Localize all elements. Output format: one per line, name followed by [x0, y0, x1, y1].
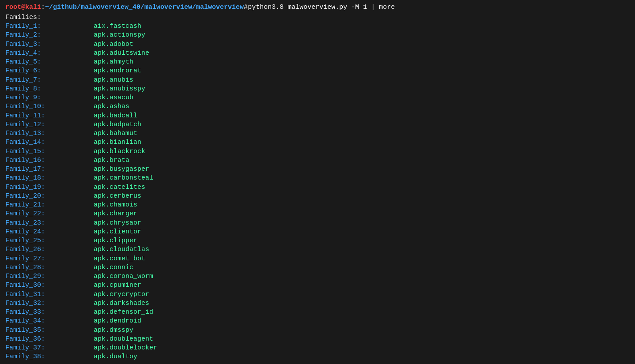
- family-line: Family_26:apk.cloudatlas: [5, 245, 630, 254]
- family-label: Family_7:: [5, 76, 94, 85]
- family-label: Family_5:: [5, 58, 94, 67]
- family-value: aix.fastcash: [94, 22, 141, 31]
- family-label: Family_24:: [5, 228, 94, 236]
- family-label: Family_27:: [5, 255, 94, 263]
- family-value: apk.busygasper: [94, 165, 149, 174]
- family-label: Family_31:: [5, 290, 94, 299]
- family-line: Family_12:apk.badpatch: [5, 120, 630, 129]
- family-line: Family_1:aix.fastcash: [5, 22, 630, 31]
- family-line: Family_21:apk.chamois: [5, 201, 630, 210]
- family-line: Family_36:apk.doubleagent: [5, 335, 630, 344]
- family-value: apk.comet_bot: [94, 255, 145, 263]
- prompt-line: root@kali : ~/github/malwoverview_40/mal…: [5, 4, 630, 11]
- family-label: Family_8:: [5, 85, 94, 94]
- family-label: Family_17:: [5, 165, 94, 174]
- prompt-user: root@kali: [5, 4, 41, 11]
- family-value: apk.doubleagent: [94, 335, 153, 344]
- family-line: Family_29:apk.corona_worm: [5, 272, 630, 281]
- family-line: Family_2:apk.actionspy: [5, 31, 630, 40]
- family-value: apk.corona_worm: [94, 272, 153, 281]
- family-label: Family_14:: [5, 138, 94, 147]
- families-container: Family_1:aix.fastcash Family_2:apk.actio…: [5, 22, 630, 362]
- family-line: Family_34:apk.dendroid: [5, 317, 630, 326]
- family-line: Family_35:apk.dmsspy: [5, 326, 630, 335]
- family-line: Family_8:apk.anubisspy: [5, 85, 630, 94]
- family-label: Family_23:: [5, 219, 94, 228]
- family-line: Family_28:apk.connic: [5, 263, 630, 272]
- family-label: Family_33:: [5, 308, 94, 317]
- family-value: apk.dendroid: [94, 317, 141, 326]
- family-label: Family_32:: [5, 299, 94, 308]
- family-line: Family_27:apk.comet_bot: [5, 255, 630, 263]
- family-value: apk.defensor_id: [94, 308, 153, 317]
- prompt-hash: #: [244, 4, 248, 11]
- family-label: Family_20:: [5, 192, 94, 201]
- family-value: apk.clientor: [94, 228, 141, 236]
- family-value: apk.badpatch: [94, 120, 141, 129]
- family-label: Family_4:: [5, 49, 94, 58]
- family-line: Family_5:apk.ahmyth: [5, 58, 630, 67]
- family-line: Family_19:apk.catelites: [5, 183, 630, 192]
- family-line: Family_11:apk.badcall: [5, 112, 630, 120]
- family-line: Family_13:apk.bahamut: [5, 129, 630, 138]
- family-label: Family_34:: [5, 317, 94, 326]
- family-line: Family_7:apk.anubis: [5, 76, 630, 85]
- family-value: apk.crycryptor: [94, 290, 149, 299]
- family-line: Family_32:apk.darkshades: [5, 299, 630, 308]
- family-line: Family_30:apk.cpuminer: [5, 281, 630, 290]
- family-value: apk.ahmyth: [94, 58, 133, 67]
- family-label: Family_12:: [5, 120, 94, 129]
- family-value: apk.badcall: [94, 112, 137, 120]
- family-value: apk.androrat: [94, 67, 141, 75]
- family-label: Family_21:: [5, 201, 94, 210]
- family-label: Family_19:: [5, 183, 94, 192]
- family-label: Family_35:: [5, 326, 94, 335]
- family-line: Family_31:apk.crycryptor: [5, 290, 630, 299]
- family-value: apk.clipper: [94, 236, 137, 245]
- family-label: Family_30:: [5, 281, 94, 290]
- terminal: root@kali : ~/github/malwoverview_40/mal…: [5, 4, 630, 364]
- family-value: apk.chamois: [94, 201, 137, 210]
- family-value: apk.blackrock: [94, 147, 145, 156]
- family-line: Family_17:apk.busygasper: [5, 165, 630, 174]
- family-label: Family_10:: [5, 102, 94, 111]
- family-value: apk.dmsspy: [94, 326, 133, 335]
- family-value: apk.asacub: [94, 94, 133, 102]
- family-line: Family_22:apk.charger: [5, 210, 630, 218]
- family-line: Family_10:apk.ashas: [5, 102, 630, 111]
- family-line: Family_37:apk.doublelocker: [5, 344, 630, 353]
- family-value: apk.cloudatlas: [94, 245, 149, 254]
- family-value: apk.dualtoy: [94, 353, 137, 361]
- family-value: apk.darkshades: [94, 299, 149, 308]
- family-line: Family_15:apk.blackrock: [5, 147, 630, 156]
- family-line: Family_6:apk.androrat: [5, 67, 630, 75]
- family-label: Family_1:: [5, 22, 94, 31]
- family-line: Family_24:apk.clientor: [5, 228, 630, 236]
- family-value: apk.bahamut: [94, 129, 137, 138]
- family-value: apk.cpuminer: [94, 281, 141, 290]
- family-label: Family_25:: [5, 236, 94, 245]
- family-line: Family_9:apk.asacub: [5, 94, 630, 102]
- family-value: apk.anubis: [94, 76, 133, 85]
- family-line: Family_38:apk.dualtoy: [5, 353, 630, 361]
- family-label: Family_36:: [5, 335, 94, 344]
- family-value: apk.charger: [94, 210, 137, 218]
- family-line: Family_18:apk.carbonsteal: [5, 174, 630, 183]
- family-label: Family_18:: [5, 174, 94, 183]
- family-value: apk.actionspy: [94, 31, 145, 40]
- family-value: apk.catelites: [94, 183, 145, 192]
- prompt-command: python3.8 malwoverview.py -M 1 | more: [248, 4, 395, 11]
- family-line: Family_20:apk.cerberus: [5, 192, 630, 201]
- family-label: Family_38:: [5, 353, 94, 361]
- family-value: apk.adobot: [94, 40, 133, 49]
- family-line: Family_25:apk.clipper: [5, 236, 630, 245]
- family-value: apk.connic: [94, 263, 133, 272]
- family-label: Family_22:: [5, 210, 94, 218]
- prompt-path: ~/github/malwoverview_40/malwoverview/ma…: [45, 4, 244, 11]
- family-line: Family_33:apk.defensor_id: [5, 308, 630, 317]
- family-value: apk.bianlian: [94, 138, 141, 147]
- family-value: apk.brata: [94, 156, 129, 165]
- family-line: Family_23:apk.chrysaor: [5, 219, 630, 228]
- family-label: Family_2:: [5, 31, 94, 40]
- family-value: apk.carbonsteal: [94, 174, 153, 183]
